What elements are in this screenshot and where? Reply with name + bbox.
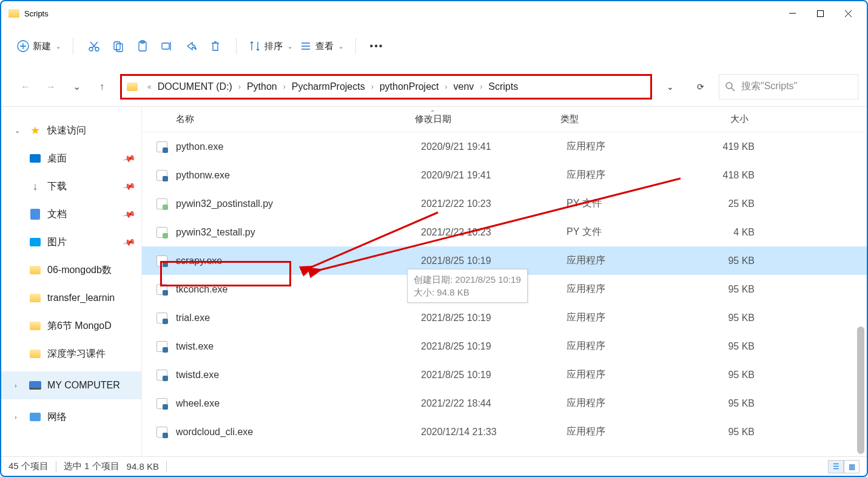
titlebar: Scripts bbox=[1, 1, 867, 25]
refresh-button[interactable]: ⟳ bbox=[688, 74, 713, 100]
file-size: 95 KB bbox=[694, 255, 773, 266]
document-icon bbox=[30, 209, 40, 220]
file-row[interactable]: python.exe2020/9/21 19:41应用程序419 KB bbox=[142, 132, 867, 161]
file-row[interactable]: pythonw.exe2020/9/21 19:41应用程序418 KB bbox=[142, 161, 867, 189]
file-row[interactable]: wordcloud_cli.exe2020/12/14 21:33应用程序95 … bbox=[142, 418, 867, 446]
exe-file-icon bbox=[156, 341, 167, 352]
vertical-scrollbar[interactable] bbox=[856, 132, 866, 456]
close-button[interactable] bbox=[834, 4, 862, 23]
back-button[interactable]: ← bbox=[17, 78, 34, 95]
breadcrumb-segment[interactable]: venv bbox=[451, 81, 477, 92]
file-date: 2020/12/14 21:33 bbox=[421, 427, 567, 438]
folder-icon bbox=[127, 83, 138, 91]
file-row[interactable]: wheel.exe2021/2/22 18:44应用程序95 KB bbox=[142, 389, 867, 418]
view-button[interactable]: 查看 ⌄ bbox=[296, 34, 347, 58]
file-row[interactable]: twistd.exe2021/8/25 10:19应用程序95 KB bbox=[142, 360, 867, 389]
folder-icon bbox=[8, 9, 19, 18]
sidebar-item[interactable]: 文档📌 bbox=[1, 200, 141, 228]
svg-line-21 bbox=[732, 88, 735, 91]
file-row[interactable]: pywin32_postinstall.py2021/2/22 10:23PY … bbox=[142, 189, 867, 218]
svg-rect-12 bbox=[116, 44, 123, 52]
pin-icon: 📌 bbox=[122, 152, 136, 165]
file-row[interactable]: trial.exe2021/8/25 10:19应用程序95 KB bbox=[142, 303, 867, 332]
file-size: 95 KB bbox=[694, 341, 773, 352]
details-view-toggle[interactable]: ☰ bbox=[828, 460, 844, 473]
sidebar-network[interactable]: › 网络 bbox=[1, 403, 141, 431]
cut-button[interactable] bbox=[82, 34, 106, 58]
file-name: wheel.exe bbox=[176, 398, 421, 409]
scrollbar-thumb[interactable] bbox=[857, 326, 864, 454]
breadcrumb-segment[interactable]: DOCUMENT (D:) bbox=[155, 81, 235, 92]
file-name: trial.exe bbox=[176, 313, 421, 323]
chevron-right-icon: › bbox=[442, 83, 451, 91]
folder-icon bbox=[30, 322, 41, 330]
sidebar-item[interactable]: 桌面📌 bbox=[1, 144, 141, 172]
minimize-button[interactable] bbox=[778, 4, 806, 23]
sidebar-quick-access[interactable]: ⌄ ★ 快速访问 bbox=[1, 117, 141, 144]
py-file-icon bbox=[156, 198, 167, 209]
search-placeholder: 搜索"Scripts" bbox=[741, 80, 797, 93]
sidebar-item-label: 下载 bbox=[47, 180, 67, 193]
star-icon: ★ bbox=[29, 124, 41, 137]
search-input[interactable]: 搜索"Scripts" bbox=[719, 74, 858, 100]
file-name: pywin32_postinstall.py bbox=[176, 198, 421, 209]
breadcrumb-segment[interactable]: Scripts bbox=[486, 81, 520, 92]
sidebar-item[interactable]: transfer_learnin bbox=[1, 284, 141, 312]
exe-file-icon bbox=[156, 141, 167, 152]
status-bar: 45 个项目 选中 1 个项目 94.8 KB ☰ ▦ bbox=[1, 456, 867, 476]
file-type: 应用程序 bbox=[567, 340, 694, 353]
up-button[interactable]: ↑ bbox=[93, 78, 110, 95]
computer-icon bbox=[29, 381, 41, 390]
sidebar-item[interactable]: 深度学习课件 bbox=[1, 340, 141, 368]
breadcrumb-segment[interactable]: pythonProject bbox=[377, 81, 442, 92]
recent-button[interactable]: ⌄ bbox=[68, 78, 85, 95]
file-date: 2021/2/22 10:23 bbox=[421, 227, 567, 238]
breadcrumb[interactable]: « DOCUMENT (D:) › Python › PycharmProjec… bbox=[120, 74, 652, 100]
sidebar-item[interactable]: 第6节 MongoD bbox=[1, 312, 141, 340]
column-name[interactable]: 名称 bbox=[142, 113, 415, 125]
sidebar-my-computer[interactable]: › MY COMPUTER bbox=[1, 371, 141, 399]
sort-button[interactable]: 排序 ⌄ bbox=[245, 34, 296, 58]
file-row[interactable]: twist.exe2021/8/25 10:19应用程序95 KB bbox=[142, 332, 867, 360]
icons-view-toggle[interactable]: ▦ bbox=[844, 460, 860, 473]
file-type: 应用程序 bbox=[567, 368, 694, 381]
address-dropdown-button[interactable]: ⌄ bbox=[658, 74, 682, 100]
column-date[interactable]: 修改日期 bbox=[415, 113, 560, 125]
file-date: 2021/8/25 10:19 bbox=[421, 313, 567, 323]
more-button[interactable]: ••• bbox=[365, 34, 389, 58]
file-date: 2021/2/22 18:44 bbox=[421, 398, 567, 409]
search-icon bbox=[725, 82, 735, 92]
file-date: 2020/9/21 19:41 bbox=[421, 141, 567, 152]
rename-button[interactable] bbox=[155, 34, 179, 58]
sidebar-item[interactable]: 图片📌 bbox=[1, 228, 141, 256]
status-selected: 选中 1 个项目 bbox=[64, 461, 119, 472]
breadcrumb-segment[interactable]: PycharmProjects bbox=[289, 81, 368, 92]
chevron-down-icon: ⌄ bbox=[15, 127, 23, 135]
file-name: twist.exe bbox=[176, 341, 421, 352]
column-size[interactable]: 大小 bbox=[688, 113, 767, 125]
share-button[interactable] bbox=[179, 34, 203, 58]
sidebar-label: 网络 bbox=[47, 411, 67, 424]
forward-button[interactable]: → bbox=[42, 78, 59, 95]
sidebar-item[interactable]: ↓下载📌 bbox=[1, 172, 141, 200]
file-size: 95 KB bbox=[694, 398, 773, 409]
chevron-down-icon: ⌄ bbox=[338, 43, 343, 50]
file-type: 应用程序 bbox=[567, 311, 694, 324]
delete-button[interactable] bbox=[203, 34, 227, 58]
sidebar-item-label: 深度学习课件 bbox=[47, 348, 106, 360]
breadcrumb-segment[interactable]: Python bbox=[244, 81, 280, 92]
file-size: 4 KB bbox=[694, 227, 773, 238]
file-size: 95 KB bbox=[694, 370, 773, 381]
copy-button[interactable] bbox=[106, 34, 130, 58]
file-row[interactable]: pywin32_testall.py2021/2/22 10:23PY 文件4 … bbox=[142, 218, 867, 246]
network-icon bbox=[30, 413, 41, 421]
new-button[interactable]: 新建 ⌄ bbox=[13, 34, 64, 58]
pin-icon: 📌 bbox=[122, 180, 136, 193]
maximize-button[interactable] bbox=[806, 4, 834, 23]
ellipsis-icon: ••• bbox=[370, 41, 384, 52]
sidebar-item[interactable]: 06-mongodb数 bbox=[1, 256, 141, 284]
paste-button[interactable] bbox=[130, 34, 155, 58]
file-size: 95 KB bbox=[694, 313, 773, 323]
column-type[interactable]: 类型 bbox=[560, 113, 688, 125]
sidebar-item-label: 06-mongodb数 bbox=[47, 264, 112, 277]
